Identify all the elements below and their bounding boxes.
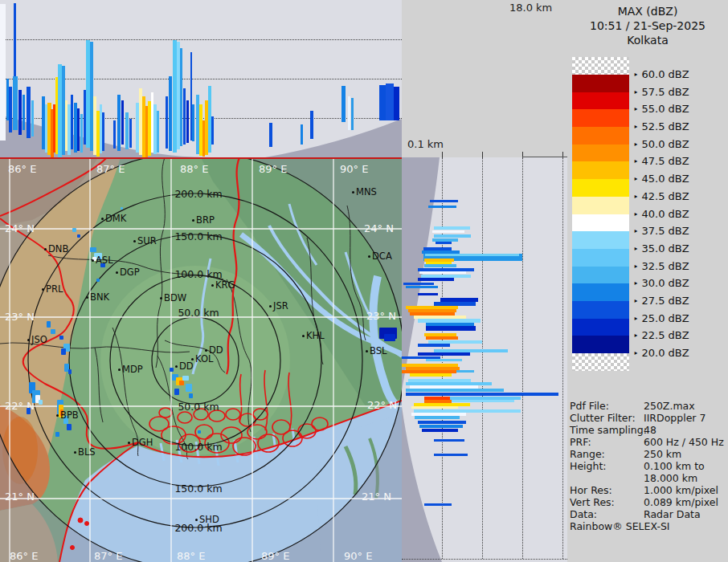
echo-bar: [418, 278, 454, 281]
city-label: SUR: [137, 235, 157, 246]
lon-label: 86° E: [10, 550, 38, 562]
radar-echo: [198, 430, 201, 434]
echo-bar: [186, 100, 189, 143]
echo-bar: [125, 112, 129, 149]
echo-bar: [426, 359, 462, 361]
radar-echo: [72, 228, 76, 232]
city-dot: [56, 414, 59, 417]
legend-tick-label: 52.5 dBZ: [633, 120, 689, 132]
metadata-value: 250 km: [644, 448, 681, 460]
metadata-value: Radar Data: [644, 508, 701, 520]
legend-tick-label: 35.0 dBZ: [633, 242, 689, 255]
metadata-value: 1.000 km/pixel: [644, 484, 718, 496]
radar-echo: [384, 334, 395, 341]
legend-swatch: [572, 145, 629, 162]
echo-bar: [422, 429, 458, 432]
metadata-label: Height:: [570, 460, 607, 472]
height-gridline-18km: [562, 157, 563, 559]
city-label: KOL: [195, 353, 213, 364]
echo-bar: [406, 389, 504, 392]
city-label: KRG: [215, 279, 235, 291]
echo-bar: [394, 87, 399, 120]
echo-bar: [406, 393, 558, 396]
city-label: JSO: [31, 334, 47, 345]
legend-tick-label: 22.5 dBZ: [633, 329, 689, 341]
radar-echo: [77, 234, 80, 238]
lon-label: 86° E: [8, 163, 36, 175]
echo-bar: [426, 326, 476, 331]
echo-bar: [418, 352, 470, 356]
height-axis-min-label: 0.1 km: [407, 138, 444, 150]
radar-echo: [59, 336, 63, 340]
city-label: DGP: [120, 267, 140, 278]
echo-bar: [157, 111, 159, 153]
echo-bar: [77, 108, 80, 151]
echo-bar: [13, 76, 18, 130]
legend-swatch: [572, 249, 629, 267]
echo-bar: [129, 119, 132, 148]
echo-bar: [428, 206, 456, 208]
city-label: DGH: [132, 437, 153, 448]
radar-map-viewport[interactable]: 86° E87° E88° E89° E90° E86° E87° E88° E…: [0, 157, 402, 562]
city-label: DMK: [105, 213, 126, 224]
echo-bar: [424, 503, 452, 506]
lon-label: 90° E: [340, 163, 368, 175]
lat-label: 24° N: [5, 222, 35, 234]
echo-bar: [379, 85, 386, 120]
height-axis-tick: [482, 152, 483, 157]
echo-bar: [434, 439, 464, 442]
legend-tick-label: 42.5 dBZ: [633, 190, 689, 202]
echo-bar: [269, 123, 272, 147]
echo-bar: [406, 286, 438, 288]
city-label: BDW: [164, 292, 186, 303]
city-dot: [269, 305, 272, 307]
legend-tick-label: 30.0 dBZ: [633, 277, 689, 289]
legend-tick-label: 27.5 dBZ: [633, 295, 689, 307]
city-label: BLS: [78, 446, 96, 458]
city-label: KHL: [306, 330, 325, 341]
echo-bar: [419, 425, 463, 428]
metadata-value: 48: [644, 424, 656, 436]
echo-bar: [424, 264, 456, 267]
legend-swatch: [572, 231, 629, 249]
city-dot: [27, 339, 30, 341]
city-label: MNS: [356, 186, 377, 198]
echo-bar: [430, 200, 458, 202]
metadata-value: 0.100 km to 18.000 km: [644, 460, 705, 484]
echo-bar: [27, 87, 31, 138]
metadata-label: Range:: [570, 448, 605, 460]
range-ring-label: 100.0 km: [170, 268, 227, 280]
range-ring-label: 100.0 km: [170, 441, 227, 453]
radar-echo: [55, 432, 59, 437]
city-dot: [118, 369, 121, 371]
city-label: BRP: [196, 214, 215, 226]
echo-bar: [31, 100, 34, 136]
echo-bar: [434, 454, 468, 456]
radar-echo: [51, 329, 55, 334]
echo-bar: [22, 95, 25, 130]
legend-tick-label: 57.5 dBZ: [633, 86, 689, 98]
city-dot: [192, 219, 194, 222]
city-dot: [368, 255, 370, 258]
echo-bar: [166, 96, 168, 149]
height-axis-tick: [442, 152, 443, 157]
echo-bar: [456, 370, 474, 373]
legend-panel: MAX (dBZ) 10:51 / 21-Sep-2025 Kolkata 60…: [567, 0, 728, 562]
echo-bar: [9, 87, 12, 132]
height-gridline-5km: [442, 157, 443, 559]
metadata-label: Hor Res:: [570, 484, 612, 496]
echo-bar: [436, 242, 452, 244]
map-top-border: [0, 157, 402, 159]
radar-echo: [39, 400, 43, 405]
metadata-label: Vert Res:: [570, 496, 615, 508]
radar-echo: [174, 389, 179, 395]
height-axis-max-label: 18.0 km: [509, 2, 552, 14]
echo-bar: [121, 100, 124, 145]
top-height-projection-panel: [0, 0, 403, 157]
lon-label: 89° E: [259, 163, 287, 175]
lat-label: 21° N: [5, 491, 35, 503]
height-gridline-10km: [482, 157, 483, 559]
lat-label: 21° N: [362, 491, 391, 503]
range-ring-label: 50.0 km: [170, 307, 227, 319]
radar-echo: [47, 321, 51, 328]
